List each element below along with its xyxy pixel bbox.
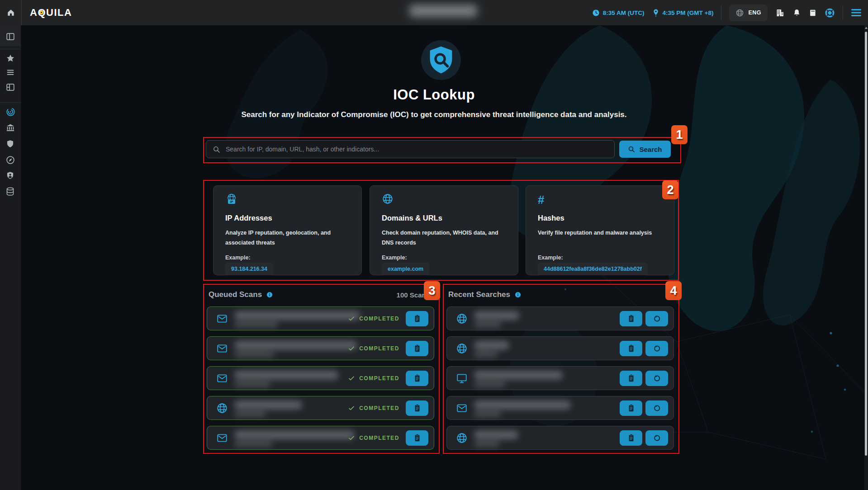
recent-searches-panel: Recent Searches (443, 284, 678, 452)
view-report-button[interactable] (406, 400, 428, 416)
view-report-button[interactable] (406, 311, 428, 326)
info-icon[interactable] (515, 292, 521, 298)
view-report-button[interactable] (406, 371, 428, 386)
page-title: IOC Lookup (0, 87, 868, 103)
home-button[interactable] (0, 0, 22, 25)
redacted-scan-target (228, 337, 348, 360)
card-example-label: Example: (382, 254, 407, 261)
queued-scan-row[interactable]: COMPLETED (207, 336, 434, 360)
queued-scan-row[interactable]: COMPLETED (207, 366, 434, 390)
language-selector[interactable]: ENG (729, 5, 768, 21)
view-report-button[interactable] (406, 430, 428, 446)
life-ring-button[interactable] (825, 8, 835, 18)
recent-search-row[interactable] (446, 426, 674, 450)
bell-button[interactable] (792, 8, 801, 18)
panel-left-icon (5, 32, 15, 42)
card-example-value[interactable]: 44d88612fea8a8f36de82e1278abb02f (538, 263, 648, 275)
redacted-search-term (468, 396, 620, 419)
menu-button[interactable] (851, 9, 862, 17)
mail-icon (456, 402, 468, 414)
recent-search-row[interactable] (446, 336, 674, 360)
status-label: COMPLETED (359, 345, 399, 352)
recent-search-row[interactable] (446, 306, 674, 330)
building-button[interactable] (775, 8, 785, 18)
clipboard-icon (627, 374, 635, 382)
redacted-search-term (468, 367, 620, 390)
database-icon (5, 187, 15, 196)
brand-text: UILA (46, 7, 72, 19)
clipboard-icon (413, 433, 421, 442)
ioc-type-card[interactable]: Domains & URLs Check domain reputation, … (370, 185, 518, 275)
redacted-page-heading (409, 5, 477, 17)
rerun-search-button[interactable] (645, 371, 668, 386)
queued-scan-row[interactable]: COMPLETED (207, 396, 434, 420)
view-report-button[interactable] (620, 371, 642, 386)
status-label: COMPLETED (359, 435, 399, 441)
ioc-type-card[interactable]: IP IP Addresses Analyze IP reputation, g… (213, 185, 362, 275)
view-report-button[interactable] (620, 400, 642, 416)
scan-status: COMPLETED (348, 405, 399, 412)
brand-q-eye: Q (38, 7, 46, 19)
clipboard-icon (413, 404, 421, 412)
left-sidebar (0, 25, 21, 490)
sidebar-divider (0, 102, 21, 103)
status-label: COMPLETED (359, 405, 399, 411)
clipboard-icon (413, 344, 421, 353)
map-pin-icon (652, 9, 659, 17)
clipboard-icon (627, 404, 635, 412)
brand-logo[interactable]: AQUILA (30, 7, 72, 19)
view-report-button[interactable] (620, 341, 642, 356)
mail-icon (216, 313, 228, 325)
redacted-search-term (468, 426, 620, 449)
sidebar-item-database[interactable] (5, 187, 15, 197)
clipboard-icon (413, 314, 421, 323)
sidebar-item-star[interactable] (5, 53, 15, 63)
redacted-scan-target (228, 367, 348, 390)
view-report-button[interactable] (620, 311, 642, 326)
card-example-label: Example: (225, 254, 251, 261)
scrollbar-thumb[interactable] (865, 32, 867, 456)
sidebar-item-list[interactable] (5, 67, 15, 77)
book-button[interactable] (809, 8, 817, 18)
scan-status: COMPLETED (348, 434, 399, 442)
sidebar-item-layout[interactable] (5, 82, 15, 92)
ioc-type-card[interactable]: # Hashes Verify file reputation and malw… (526, 185, 674, 275)
page-scrollbar[interactable] (864, 25, 868, 490)
sidebar-item-compass[interactable] (5, 155, 15, 165)
queued-scan-row[interactable]: COMPLETED (207, 306, 434, 330)
rerun-search-button[interactable] (645, 430, 668, 446)
rerun-search-button[interactable] (645, 341, 668, 356)
card-description: Check domain reputation, WHOIS data, and… (382, 228, 507, 248)
sidebar-item-id-badge[interactable] (5, 171, 15, 181)
card-example-value[interactable]: example.com (382, 263, 429, 275)
layout-icon (5, 82, 15, 92)
globe-icon (456, 313, 468, 325)
queued-scans-panel: Queued Scans 100 Scans COMPLETED COMPLET… (203, 284, 438, 452)
mail-icon (216, 372, 228, 384)
hamburger-icon (851, 9, 862, 17)
scrollbar-up-arrow[interactable] (865, 27, 868, 29)
queued-scan-row[interactable]: COMPLETED (207, 426, 434, 450)
language-label: ENG (748, 9, 761, 16)
sidebar-item-shield[interactable] (5, 139, 15, 149)
view-report-button[interactable] (620, 430, 642, 446)
search-input[interactable] (225, 145, 608, 153)
recent-searches-title: Recent Searches (448, 290, 510, 299)
utc-time: 8:35 AM (UTC) (592, 9, 645, 17)
recent-search-row[interactable] (446, 396, 674, 420)
sidebar-item-bank[interactable] (5, 123, 15, 133)
rerun-search-button[interactable] (645, 311, 668, 326)
star-icon (5, 53, 15, 63)
sidebar-item-panel-left[interactable] (5, 32, 15, 42)
redacted-scan-target (228, 307, 348, 330)
rerun-search-button[interactable] (645, 400, 668, 416)
card-example-value[interactable]: 93.184.216.34 (225, 263, 273, 275)
info-icon[interactable] (266, 292, 273, 298)
view-report-button[interactable] (406, 341, 428, 356)
annotation-marker-4: 4 (665, 281, 682, 300)
sidebar-item-radar[interactable] (5, 107, 15, 117)
hash-icon: # (538, 193, 544, 207)
search-button[interactable]: Search (619, 141, 671, 158)
recent-search-row[interactable] (446, 366, 674, 390)
globe-icon (456, 432, 468, 444)
